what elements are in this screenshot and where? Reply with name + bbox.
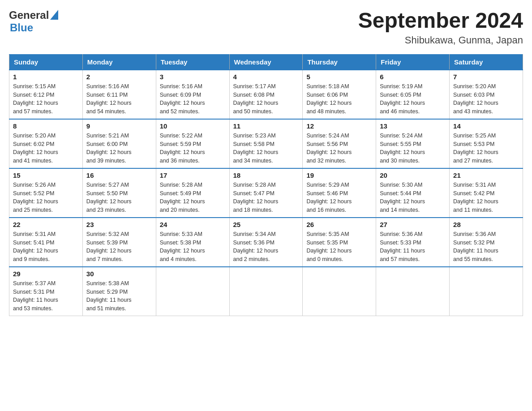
day-info: Sunrise: 5:21 AM Sunset: 6:00 PM Dayligh…	[86, 132, 152, 165]
day-info: Sunrise: 5:36 AM Sunset: 5:32 PM Dayligh…	[453, 230, 519, 264]
calendar-table: Sunday Monday Tuesday Wednesday Thursday…	[9, 54, 523, 317]
day-info: Sunrise: 5:31 AM Sunset: 5:41 PM Dayligh…	[13, 230, 79, 264]
header-thursday: Thursday	[303, 54, 376, 70]
day-number: 24	[160, 221, 226, 228]
calendar-cell: 18 Sunrise: 5:28 AM Sunset: 5:47 PM Dayl…	[229, 168, 303, 218]
page-header: General Blue September 2024 Shibukawa, G…	[9, 9, 523, 46]
day-number: 11	[233, 122, 299, 130]
day-info: Sunrise: 5:19 AM Sunset: 6:05 PM Dayligh…	[380, 82, 446, 116]
day-info: Sunrise: 5:28 AM Sunset: 5:47 PM Dayligh…	[233, 181, 299, 214]
day-info: Sunrise: 5:31 AM Sunset: 5:42 PM Dayligh…	[453, 181, 519, 214]
day-info: Sunrise: 5:37 AM Sunset: 5:31 PM Dayligh…	[13, 279, 79, 313]
calendar-cell: 3 Sunrise: 5:16 AM Sunset: 6:09 PM Dayli…	[156, 70, 229, 119]
calendar-week-row: 29 Sunrise: 5:37 AM Sunset: 5:31 PM Dayl…	[9, 267, 523, 316]
day-info: Sunrise: 5:15 AM Sunset: 6:12 PM Dayligh…	[13, 82, 79, 116]
day-number: 19	[306, 171, 372, 179]
day-info: Sunrise: 5:16 AM Sunset: 6:11 PM Dayligh…	[86, 82, 152, 116]
calendar-cell: 5 Sunrise: 5:18 AM Sunset: 6:06 PM Dayli…	[303, 70, 376, 119]
day-number: 28	[453, 221, 519, 228]
day-number: 8	[13, 122, 79, 130]
calendar-cell: 12 Sunrise: 5:24 AM Sunset: 5:56 PM Dayl…	[303, 119, 376, 168]
day-info: Sunrise: 5:20 AM Sunset: 6:02 PM Dayligh…	[13, 132, 79, 165]
day-info: Sunrise: 5:32 AM Sunset: 5:39 PM Dayligh…	[86, 230, 152, 264]
day-number: 26	[306, 221, 372, 228]
calendar-cell: 29 Sunrise: 5:37 AM Sunset: 5:31 PM Dayl…	[9, 267, 83, 316]
day-number: 12	[306, 122, 372, 130]
day-number: 4	[233, 73, 299, 81]
calendar-cell: 4 Sunrise: 5:17 AM Sunset: 6:08 PM Dayli…	[229, 70, 303, 119]
day-number: 1	[13, 73, 79, 81]
day-info: Sunrise: 5:22 AM Sunset: 5:59 PM Dayligh…	[160, 132, 226, 165]
day-info: Sunrise: 5:26 AM Sunset: 5:52 PM Dayligh…	[13, 181, 79, 214]
logo: General Blue	[9, 9, 58, 34]
day-info: Sunrise: 5:20 AM Sunset: 6:03 PM Dayligh…	[453, 82, 519, 116]
day-info: Sunrise: 5:38 AM Sunset: 5:29 PM Dayligh…	[86, 279, 152, 313]
day-info: Sunrise: 5:28 AM Sunset: 5:49 PM Dayligh…	[160, 181, 226, 214]
header-wednesday: Wednesday	[229, 54, 303, 70]
day-number: 29	[13, 270, 79, 278]
day-info: Sunrise: 5:25 AM Sunset: 5:53 PM Dayligh…	[453, 132, 519, 165]
day-number: 23	[86, 221, 152, 228]
calendar-cell: 21 Sunrise: 5:31 AM Sunset: 5:42 PM Dayl…	[450, 168, 523, 218]
calendar-cell: 7 Sunrise: 5:20 AM Sunset: 6:03 PM Dayli…	[450, 70, 523, 119]
day-number: 25	[233, 221, 299, 228]
header-saturday: Saturday	[450, 54, 523, 70]
calendar-cell: 17 Sunrise: 5:28 AM Sunset: 5:49 PM Dayl…	[156, 168, 229, 218]
day-info: Sunrise: 5:18 AM Sunset: 6:06 PM Dayligh…	[306, 82, 372, 116]
day-number: 27	[380, 221, 446, 228]
day-number: 30	[86, 270, 152, 278]
day-number: 3	[160, 73, 226, 81]
day-number: 15	[13, 171, 79, 179]
day-info: Sunrise: 5:35 AM Sunset: 5:35 PM Dayligh…	[306, 230, 372, 264]
calendar-cell: 14 Sunrise: 5:25 AM Sunset: 5:53 PM Dayl…	[450, 119, 523, 168]
header-tuesday: Tuesday	[156, 54, 229, 70]
day-number: 6	[380, 73, 446, 81]
weekday-header-row: Sunday Monday Tuesday Wednesday Thursday…	[9, 54, 523, 70]
calendar-cell: 1 Sunrise: 5:15 AM Sunset: 6:12 PM Dayli…	[9, 70, 83, 119]
calendar-cell: 11 Sunrise: 5:23 AM Sunset: 5:58 PM Dayl…	[229, 119, 303, 168]
calendar-cell: 25 Sunrise: 5:34 AM Sunset: 5:36 PM Dayl…	[229, 218, 303, 267]
day-info: Sunrise: 5:29 AM Sunset: 5:46 PM Dayligh…	[306, 181, 372, 214]
day-info: Sunrise: 5:24 AM Sunset: 5:56 PM Dayligh…	[306, 132, 372, 165]
day-number: 2	[86, 73, 152, 81]
calendar-cell: 19 Sunrise: 5:29 AM Sunset: 5:46 PM Dayl…	[303, 168, 376, 218]
calendar-cell: 26 Sunrise: 5:35 AM Sunset: 5:35 PM Dayl…	[303, 218, 376, 267]
day-info: Sunrise: 5:23 AM Sunset: 5:58 PM Dayligh…	[233, 132, 299, 165]
location-subtitle: Shibukawa, Gunma, Japan	[358, 34, 523, 46]
calendar-week-row: 8 Sunrise: 5:20 AM Sunset: 6:02 PM Dayli…	[9, 119, 523, 168]
day-number: 13	[380, 122, 446, 130]
svg-marker-0	[50, 10, 58, 20]
day-info: Sunrise: 5:33 AM Sunset: 5:38 PM Dayligh…	[160, 230, 226, 264]
day-info: Sunrise: 5:36 AM Sunset: 5:33 PM Dayligh…	[380, 230, 446, 264]
month-title: September 2024	[358, 9, 523, 33]
header-friday: Friday	[376, 54, 450, 70]
day-info: Sunrise: 5:24 AM Sunset: 5:55 PM Dayligh…	[380, 132, 446, 165]
day-number: 21	[453, 171, 519, 179]
calendar-cell: 9 Sunrise: 5:21 AM Sunset: 6:00 PM Dayli…	[82, 119, 156, 168]
day-number: 14	[453, 122, 519, 130]
day-number: 20	[380, 171, 446, 179]
day-info: Sunrise: 5:27 AM Sunset: 5:50 PM Dayligh…	[86, 181, 152, 214]
title-area: September 2024 Shibukawa, Gunma, Japan	[358, 9, 523, 46]
day-number: 7	[453, 73, 519, 81]
day-info: Sunrise: 5:16 AM Sunset: 6:09 PM Dayligh…	[160, 82, 226, 116]
day-number: 17	[160, 171, 226, 179]
calendar-cell: 16 Sunrise: 5:27 AM Sunset: 5:50 PM Dayl…	[82, 168, 156, 218]
day-number: 22	[13, 221, 79, 228]
calendar-cell	[376, 267, 450, 316]
logo-blue-text: Blue	[10, 21, 33, 34]
calendar-cell	[156, 267, 229, 316]
calendar-cell: 23 Sunrise: 5:32 AM Sunset: 5:39 PM Dayl…	[82, 218, 156, 267]
calendar-week-row: 22 Sunrise: 5:31 AM Sunset: 5:41 PM Dayl…	[9, 218, 523, 267]
calendar-cell: 27 Sunrise: 5:36 AM Sunset: 5:33 PM Dayl…	[376, 218, 450, 267]
logo-triangle-icon	[50, 10, 58, 20]
day-info: Sunrise: 5:17 AM Sunset: 6:08 PM Dayligh…	[233, 82, 299, 116]
calendar-week-row: 1 Sunrise: 5:15 AM Sunset: 6:12 PM Dayli…	[9, 70, 523, 119]
day-number: 10	[160, 122, 226, 130]
calendar-cell: 20 Sunrise: 5:30 AM Sunset: 5:44 PM Dayl…	[376, 168, 450, 218]
day-number: 16	[86, 171, 152, 179]
calendar-week-row: 15 Sunrise: 5:26 AM Sunset: 5:52 PM Dayl…	[9, 168, 523, 218]
calendar-cell: 24 Sunrise: 5:33 AM Sunset: 5:38 PM Dayl…	[156, 218, 229, 267]
day-info: Sunrise: 5:30 AM Sunset: 5:44 PM Dayligh…	[380, 181, 446, 214]
day-number: 5	[306, 73, 372, 81]
